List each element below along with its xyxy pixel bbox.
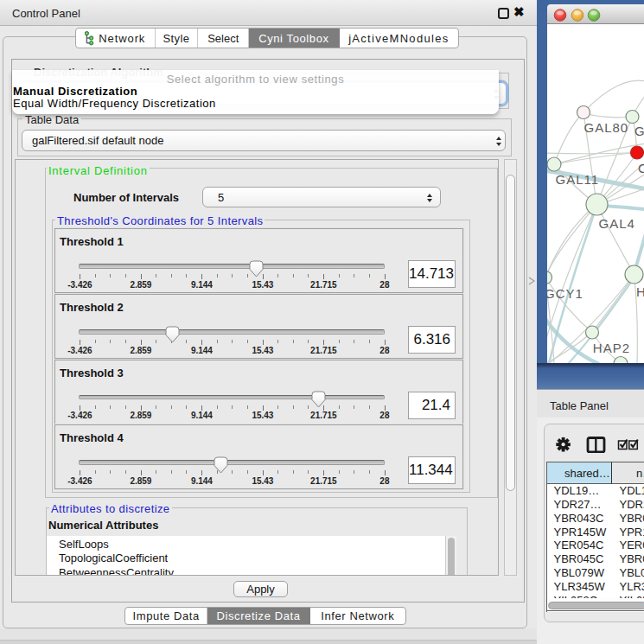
svg-text:C: C xyxy=(638,161,644,175)
svg-text:GAL80: GAL80 xyxy=(584,120,629,135)
svg-text:HAP2: HAP2 xyxy=(593,341,630,355)
svg-text:GAL11: GAL11 xyxy=(556,172,600,187)
svg-text:GCY1: GCY1 xyxy=(547,286,583,301)
svg-text:H: H xyxy=(636,284,644,299)
svg-text:GA: GA xyxy=(634,124,644,138)
svg-text:GAL4: GAL4 xyxy=(599,216,635,231)
